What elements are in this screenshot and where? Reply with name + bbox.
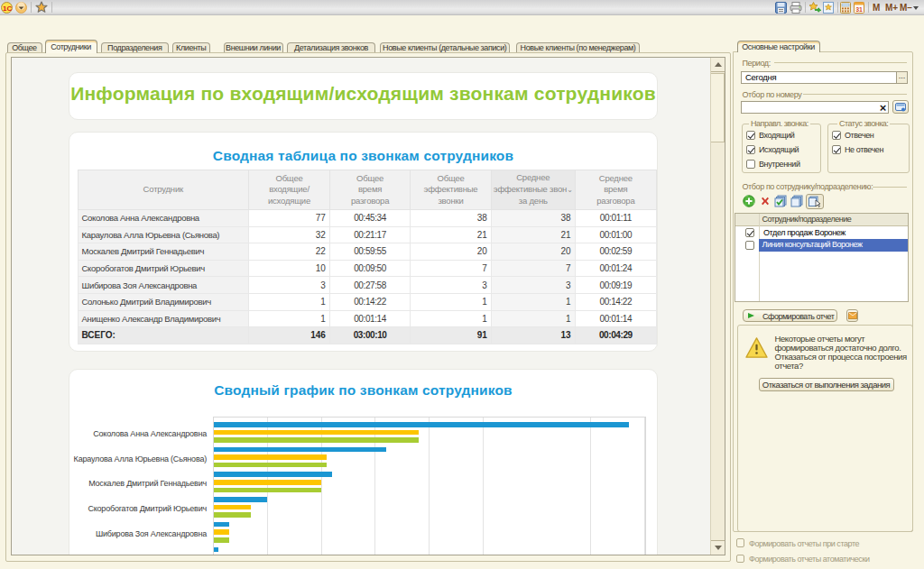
svg-text:31: 31 xyxy=(855,6,863,13)
svg-text:1C: 1C xyxy=(3,5,12,13)
